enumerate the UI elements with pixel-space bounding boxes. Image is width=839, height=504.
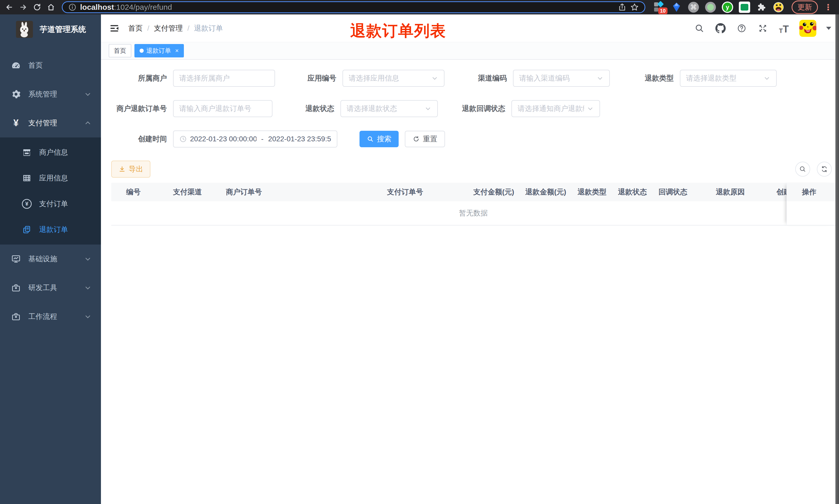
filter-row-1: 所属商户 应用编号 请选择应用信息 渠道编码 请输入渠道编码 退款类型 请选择退… xyxy=(111,70,835,87)
search-button[interactable]: 搜索 xyxy=(359,131,399,147)
filter-label: 退款类型 xyxy=(610,73,680,83)
extensions-puzzle-icon[interactable] xyxy=(755,1,767,13)
app-select[interactable]: 请选择应用信息 xyxy=(342,70,445,87)
select-placeholder: 请选择退款类型 xyxy=(686,73,761,83)
screen: localhost:1024/pay/refund 10 ⌘ xyxy=(0,0,839,504)
column-header: 操作 xyxy=(786,187,835,197)
sidebar-item-app-info[interactable]: 应用信息 xyxy=(0,165,101,191)
show-search-toggle-button[interactable] xyxy=(795,162,810,177)
refresh-button[interactable] xyxy=(817,162,832,177)
page-scrollbar[interactable] xyxy=(835,14,839,504)
top-navbar: 首页 / 支付管理 / 退款订单 退款订单列表 xyxy=(101,14,839,42)
sidebar-collapse-icon[interactable] xyxy=(109,23,120,34)
avatar-caret-icon[interactable] xyxy=(826,27,831,32)
url-text[interactable]: localhost:1024/pay/refund xyxy=(80,3,614,12)
breadcrumb-home[interactable]: 首页 xyxy=(128,23,143,33)
sidebar-item-pay-order[interactable]: ¥ 支付订单 xyxy=(0,191,101,217)
filter-label: 渠道编码 xyxy=(445,73,513,83)
browser-menu-icon[interactable]: ⋮ xyxy=(824,2,832,12)
github-icon[interactable] xyxy=(715,23,726,34)
chevron-down-icon xyxy=(424,105,432,112)
sidebar: 芋道管理系统 首页 系统管理 xyxy=(0,14,101,504)
date-end-value[interactable]: 2022-01-23 23:59:59 xyxy=(268,135,332,143)
sidebar-item-system[interactable]: 系统管理 xyxy=(0,80,101,109)
column-header: 退款类型 xyxy=(571,187,612,197)
extension-y-icon[interactable]: y xyxy=(721,1,733,13)
sidebar-item-label: 应用信息 xyxy=(39,173,68,183)
table-tools xyxy=(795,162,835,177)
reset-button[interactable]: 重置 xyxy=(405,131,445,147)
sidebar-item-label: 支付订单 xyxy=(39,199,68,209)
browser-reload-icon[interactable] xyxy=(31,2,43,13)
share-icon[interactable] xyxy=(618,3,627,12)
merchant-refund-no-input[interactable] xyxy=(173,100,272,117)
sidebar-item-home[interactable]: 首页 xyxy=(0,51,101,80)
url-path: :1024/pay/refund xyxy=(114,3,172,11)
extensions-strip: 10 ⌘ y 更新 ⋮ xyxy=(654,1,833,14)
filter-label: 退款回调状态 xyxy=(438,104,512,113)
grid-icon xyxy=(22,174,32,183)
browser-back-icon[interactable] xyxy=(4,2,15,13)
url-host: localhost xyxy=(80,3,114,11)
sidebar-item-refund-order[interactable]: 退款订单 xyxy=(0,217,101,242)
extension-command-icon[interactable]: ⌘ xyxy=(688,1,699,13)
select-placeholder: 请选择应用信息 xyxy=(349,73,429,83)
search-icon[interactable] xyxy=(694,23,705,34)
browser-forward-icon[interactable] xyxy=(18,2,29,13)
select-placeholder: 请选择通知商户退款结果的 xyxy=(518,104,584,113)
tag-close-icon[interactable]: × xyxy=(175,47,179,54)
help-icon[interactable] xyxy=(736,23,747,34)
channel-select[interactable]: 请输入渠道编码 xyxy=(513,70,610,87)
filter-label: 退款状态 xyxy=(272,104,340,113)
search-button-label: 搜索 xyxy=(377,134,391,144)
browser-home-icon[interactable] xyxy=(45,2,57,13)
extension-chat-icon[interactable] xyxy=(738,1,750,13)
tag-refund-order[interactable]: 退款订单 × xyxy=(135,44,184,57)
refund-table: 编号 支付渠道 商户订单号 支付订单号 支付金额(元) 退款金额(元) 退款类型… xyxy=(111,183,835,226)
address-bar[interactable]: localhost:1024/pay/refund xyxy=(62,1,645,13)
refund-type-select[interactable]: 请选择退款类型 xyxy=(680,70,777,87)
sidebar-item-label: 系统管理 xyxy=(28,89,77,99)
sidebar-item-label: 研发工具 xyxy=(28,283,77,293)
column-header: 支付金额(元) xyxy=(467,187,519,197)
merchant-input[interactable] xyxy=(173,70,275,87)
breadcrumb-separator: / xyxy=(147,24,149,32)
extension-green-dot-icon[interactable] xyxy=(704,1,716,13)
column-header: 编号 xyxy=(111,187,167,197)
site-info-icon[interactable] xyxy=(68,3,76,11)
sidebar-item-dev-tools[interactable]: 研发工具 xyxy=(0,273,101,302)
sidebar-item-payment[interactable]: ¥ 支付管理 xyxy=(0,109,101,138)
sidebar-logo-row[interactable]: 芋道管理系统 xyxy=(0,14,101,44)
tags-view: 首页 退款订单 × xyxy=(101,42,839,60)
date-separator: - xyxy=(260,135,265,143)
create-time-range-picker[interactable]: 2022-01-23 00:00:00 - 2022-01-23 23:59:5… xyxy=(173,130,337,147)
sidebar-item-merchant-info[interactable]: 商户信息 xyxy=(0,140,101,165)
user-avatar[interactable] xyxy=(799,20,816,37)
font-size-icon[interactable]: TT xyxy=(778,23,789,34)
date-start-value[interactable]: 2022-01-23 00:00:00 xyxy=(190,135,256,143)
chevron-down-icon xyxy=(763,75,770,82)
refund-status-select[interactable]: 请选择退款状态 xyxy=(340,100,438,117)
chevron-down-icon xyxy=(431,75,438,82)
tag-home[interactable]: 首页 xyxy=(109,44,131,57)
sidebar-item-infrastructure[interactable]: 基础设施 xyxy=(0,245,101,273)
column-header: 退款原因 xyxy=(710,187,770,197)
callback-status-select[interactable]: 请选择通知商户退款结果的 xyxy=(512,100,600,117)
column-header: 支付渠道 xyxy=(167,187,220,197)
export-button[interactable]: 导出 xyxy=(111,161,150,178)
bookmark-star-icon[interactable] xyxy=(630,3,639,12)
browser-update-button[interactable]: 更新 xyxy=(792,1,818,14)
filter-label: 所属商户 xyxy=(111,73,173,83)
extension-clipboard-icon[interactable]: 10 xyxy=(654,1,665,13)
yen-circle-icon: ¥ xyxy=(22,199,32,209)
fullscreen-icon[interactable] xyxy=(757,23,768,34)
extension-emoji-icon[interactable] xyxy=(772,1,784,13)
sidebar-item-workflow[interactable]: 工作流程 xyxy=(0,302,101,331)
dashboard-icon xyxy=(10,60,22,71)
reset-button-label: 重置 xyxy=(423,134,437,144)
page-title-annotation: 退款订单列表 xyxy=(350,21,446,41)
breadcrumb-payment[interactable]: 支付管理 xyxy=(154,23,183,33)
chevron-down-icon xyxy=(84,255,92,263)
column-header: 退款状态 xyxy=(612,187,652,197)
extension-gem-icon[interactable] xyxy=(671,1,682,13)
